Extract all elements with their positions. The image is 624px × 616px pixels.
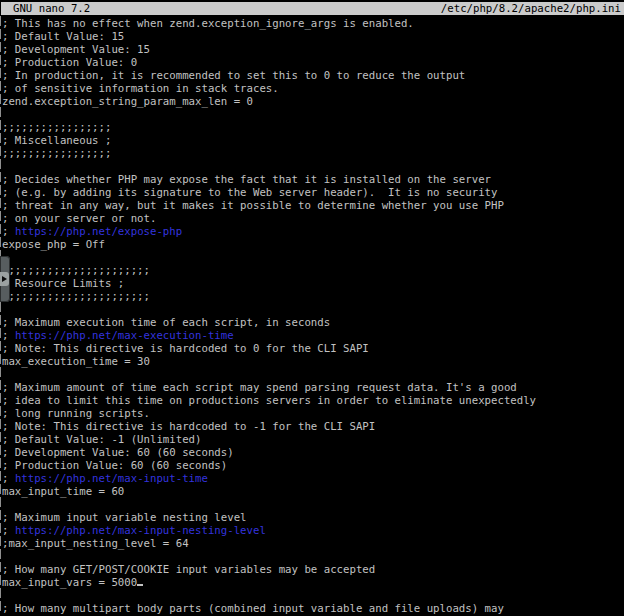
buffer-line: ; Maximum input variable nesting level bbox=[2, 511, 624, 524]
php-net-link[interactable]: https://php.net/max-input-time bbox=[15, 472, 208, 485]
buffer-line: ; (e.g. by adding its signature to the W… bbox=[2, 186, 624, 199]
buffer-line: ; Production Value: 60 (60 seconds) bbox=[2, 459, 624, 472]
buffer-line: ; Miscellaneous ; bbox=[2, 134, 624, 147]
buffer-line: ;;;;;;;;;;;;;;;;;;;;;;; bbox=[2, 264, 624, 277]
buffer-line: ; https://php.net/max-input-time bbox=[2, 472, 624, 485]
buffer-line bbox=[2, 550, 624, 563]
buffer-line: ;;;;;;;;;;;;;;;;;;;;;;; bbox=[2, 290, 624, 303]
buffer-line: ; Production Value: 0 bbox=[2, 56, 624, 69]
nano-titlebar: GNU nano 7.2 /etc/php/8.2/apache2/php.in… bbox=[1, 2, 624, 15]
editor-buffer[interactable]: ; This has no effect when zend.exception… bbox=[2, 17, 624, 615]
buffer-line: ;;;;;;;;;;;;;;;;; bbox=[2, 121, 624, 134]
buffer-line: ; https://php.net/max-input-nesting-leve… bbox=[2, 524, 624, 537]
php-net-link[interactable]: https://php.net/max-input-nesting-level bbox=[15, 524, 266, 537]
buffer-line: ; Default Value: 15 bbox=[2, 30, 624, 43]
buffer-line: ; How many GET/POST/COOKIE input variabl… bbox=[2, 563, 624, 576]
buffer-line bbox=[2, 589, 624, 602]
buffer-line: ; Note: This directive is hardcoded to -… bbox=[2, 420, 624, 433]
buffer-line: ; on your server or not. bbox=[2, 212, 624, 225]
buffer-line: ; Development Value: 60 (60 seconds) bbox=[2, 446, 624, 459]
side-panel-handle[interactable] bbox=[0, 256, 10, 302]
buffer-line: ; Development Value: 15 bbox=[2, 43, 624, 56]
buffer-line: max_input_vars = 5000 bbox=[2, 576, 624, 589]
buffer-line: max_input_time = 60 bbox=[2, 485, 624, 498]
file-path: /etc/php/8.2/apache2/php.ini bbox=[441, 2, 621, 15]
buffer-line: ;;;;;;;;;;;;;;;;; bbox=[2, 147, 624, 160]
terminal-left-border bbox=[0, 16, 1, 611]
buffer-line bbox=[2, 160, 624, 173]
buffer-line: ; idea to limit this time on productions… bbox=[2, 394, 624, 407]
buffer-line: ; Maximum amount of time each script may… bbox=[2, 381, 624, 394]
text-cursor bbox=[137, 584, 143, 586]
buffer-line: ; In production, it is recommended to se… bbox=[2, 69, 624, 82]
buffer-line bbox=[2, 251, 624, 264]
buffer-line: ; long running scripts. bbox=[2, 407, 624, 420]
buffer-line: expose_php = Off bbox=[2, 238, 624, 251]
buffer-line bbox=[2, 303, 624, 316]
buffer-line: ; of sensitive information in stack trac… bbox=[2, 82, 624, 95]
buffer-line: ; threat in any way, but it makes it pos… bbox=[2, 199, 624, 212]
buffer-line: ; Maximum execution time of each script,… bbox=[2, 316, 624, 329]
buffer-line: ; Note: This directive is hardcoded to 0… bbox=[2, 342, 624, 355]
buffer-line: ; Default Value: -1 (Unlimited) bbox=[2, 433, 624, 446]
buffer-line: ; https://php.net/max-execution-time bbox=[2, 329, 624, 342]
php-net-link[interactable]: https://php.net/expose-php bbox=[15, 225, 182, 238]
buffer-line: max_execution_time = 30 bbox=[2, 355, 624, 368]
buffer-line bbox=[2, 498, 624, 511]
app-title: GNU nano 7.2 bbox=[13, 2, 90, 15]
buffer-line: ; How many multipart body parts (combine… bbox=[2, 602, 624, 615]
expand-arrow-icon bbox=[0, 272, 9, 286]
buffer-line: ; This has no effect when zend.exception… bbox=[2, 17, 624, 30]
buffer-line bbox=[2, 108, 624, 121]
play-triangle-icon bbox=[2, 276, 7, 282]
buffer-line: zend.exception_string_param_max_len = 0 bbox=[2, 95, 624, 108]
buffer-line bbox=[2, 368, 624, 381]
buffer-line: ; Resource Limits ; bbox=[2, 277, 624, 290]
buffer-line: ; https://php.net/expose-php bbox=[2, 225, 624, 238]
buffer-line: ; Decides whether PHP may expose the fac… bbox=[2, 173, 624, 186]
php-net-link[interactable]: https://php.net/max-execution-time bbox=[15, 329, 234, 342]
buffer-line: ;max_input_nesting_level = 64 bbox=[2, 537, 624, 550]
